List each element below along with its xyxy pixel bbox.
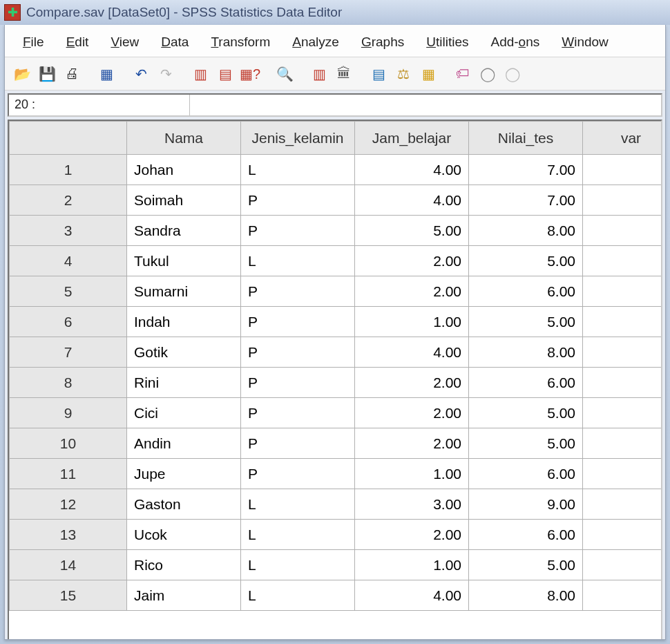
cell-nilai[interactable]: 8.00 bbox=[469, 580, 583, 611]
menu-file[interactable]: File bbox=[12, 32, 55, 53]
cell-nama[interactable]: Johan bbox=[127, 155, 241, 185]
menu-utilities[interactable]: Utilities bbox=[415, 32, 479, 53]
cell-jam[interactable]: 1.00 bbox=[355, 459, 469, 489]
menu-data[interactable]: Data bbox=[150, 32, 200, 53]
save-icon[interactable]: 💾 bbox=[35, 62, 59, 86]
cell-var[interactable] bbox=[583, 276, 663, 307]
cell-var[interactable] bbox=[583, 368, 663, 398]
cell-nama[interactable]: Sumarni bbox=[127, 276, 241, 307]
col-header-nilai-tes[interactable]: Nilai_tes bbox=[469, 122, 583, 155]
row-header[interactable]: 1 bbox=[10, 155, 127, 185]
cell-jk[interactable]: L bbox=[241, 246, 355, 276]
cell-nama[interactable]: Jaim bbox=[127, 580, 241, 611]
variables-icon[interactable]: ▦? bbox=[238, 62, 262, 86]
cell-var[interactable] bbox=[583, 520, 663, 550]
cell-jam[interactable]: 4.00 bbox=[355, 580, 469, 611]
cell-jam[interactable]: 1.00 bbox=[355, 307, 469, 337]
cell-jk[interactable]: P bbox=[241, 459, 355, 489]
row-header[interactable]: 6 bbox=[10, 307, 127, 337]
undo-icon[interactable]: ↶ bbox=[129, 62, 153, 86]
menu-window[interactable]: Window bbox=[551, 32, 620, 53]
cell-nilai[interactable]: 6.00 bbox=[469, 459, 583, 489]
row-header[interactable]: 12 bbox=[10, 489, 127, 520]
value-labels-icon[interactable]: 🏷 bbox=[451, 62, 475, 86]
cell-jam[interactable]: 3.00 bbox=[355, 489, 469, 520]
col-header-nama[interactable]: Nama bbox=[127, 122, 241, 155]
dialog-recall-icon[interactable]: ▦ bbox=[95, 62, 118, 86]
cell-jam[interactable]: 2.00 bbox=[355, 398, 469, 428]
row-header[interactable]: 10 bbox=[10, 428, 127, 459]
cell-nilai[interactable]: 5.00 bbox=[469, 246, 583, 276]
cell-nama[interactable]: Soimah bbox=[127, 185, 241, 216]
cell-jk[interactable]: L bbox=[241, 520, 355, 550]
cell-jam[interactable]: 5.00 bbox=[355, 216, 469, 246]
show-all-icon[interactable]: ◯ bbox=[501, 62, 524, 86]
cell-var[interactable] bbox=[583, 307, 663, 337]
cell-jk[interactable]: L bbox=[241, 550, 355, 580]
cell-nilai[interactable]: 6.00 bbox=[469, 368, 583, 398]
row-header[interactable]: 15 bbox=[10, 580, 127, 611]
row-header[interactable]: 5 bbox=[10, 276, 127, 307]
col-header-jenis-kelamin[interactable]: Jenis_kelamin bbox=[241, 122, 355, 155]
cell-nama[interactable]: Jupe bbox=[127, 459, 241, 489]
row-header[interactable]: 2 bbox=[10, 185, 127, 216]
col-header-jam-belajar[interactable]: Jam_belajar bbox=[355, 122, 469, 155]
cell-var[interactable] bbox=[583, 398, 663, 428]
cell-jam[interactable]: 2.00 bbox=[355, 428, 469, 459]
cell-nama[interactable]: Gotik bbox=[127, 337, 241, 368]
row-header[interactable]: 9 bbox=[10, 398, 127, 428]
menu-add-ons[interactable]: Add-ons bbox=[479, 32, 551, 53]
cell-nama[interactable]: Indah bbox=[127, 307, 241, 337]
cell-var[interactable] bbox=[583, 246, 663, 276]
weight-icon[interactable]: ⚖ bbox=[392, 62, 415, 86]
cell-jk[interactable]: P bbox=[241, 307, 355, 337]
goto-var-icon[interactable]: ▤ bbox=[213, 62, 237, 86]
print-icon[interactable]: 🖨 bbox=[60, 62, 84, 86]
cell-nilai[interactable]: 5.00 bbox=[469, 428, 583, 459]
cell-nama[interactable]: Andin bbox=[127, 428, 241, 459]
cell-nilai[interactable]: 5.00 bbox=[469, 307, 583, 337]
cell-nilai[interactable]: 7.00 bbox=[469, 155, 583, 185]
cell-reference-value[interactable] bbox=[190, 95, 661, 115]
menu-graphs[interactable]: Graphs bbox=[350, 32, 415, 53]
menu-edit[interactable]: Edit bbox=[55, 32, 100, 53]
cell-jam[interactable]: 4.00 bbox=[355, 185, 469, 216]
cell-jk[interactable]: P bbox=[241, 428, 355, 459]
split-file-icon[interactable]: ▤ bbox=[367, 62, 390, 86]
cell-nilai[interactable]: 8.00 bbox=[469, 216, 583, 246]
cell-nama[interactable]: Rini bbox=[127, 368, 241, 398]
insert-var-icon[interactable]: 🏛 bbox=[332, 62, 356, 86]
cell-jam[interactable]: 2.00 bbox=[355, 276, 469, 307]
cell-jam[interactable]: 4.00 bbox=[355, 155, 469, 185]
cell-jam[interactable]: 2.00 bbox=[355, 520, 469, 550]
cell-reference-name[interactable]: 20 : bbox=[9, 95, 190, 115]
cell-nilai[interactable]: 6.00 bbox=[469, 520, 583, 550]
cell-jk[interactable]: L bbox=[241, 489, 355, 520]
cell-jam[interactable]: 2.00 bbox=[355, 246, 469, 276]
find-icon[interactable]: 🔍 bbox=[273, 62, 296, 86]
cell-var[interactable] bbox=[583, 185, 663, 216]
open-icon[interactable]: 📂 bbox=[10, 62, 34, 86]
cell-jk[interactable]: P bbox=[241, 368, 355, 398]
cell-var[interactable] bbox=[583, 337, 663, 368]
cell-nilai[interactable]: 5.00 bbox=[469, 398, 583, 428]
use-sets-icon[interactable]: ◯ bbox=[476, 62, 499, 86]
cell-nama[interactable]: Ucok bbox=[127, 520, 241, 550]
cell-nilai[interactable]: 6.00 bbox=[469, 276, 583, 307]
insert-case-icon[interactable]: ▥ bbox=[307, 62, 331, 86]
data-grid[interactable]: Nama Jenis_kelamin Jam_belajar Nilai_tes… bbox=[9, 121, 662, 611]
row-header[interactable]: 7 bbox=[10, 337, 127, 368]
select-cases-icon[interactable]: ▦ bbox=[417, 62, 440, 86]
cell-jam[interactable]: 4.00 bbox=[355, 337, 469, 368]
cell-nama[interactable]: Tukul bbox=[127, 246, 241, 276]
row-header[interactable]: 11 bbox=[10, 459, 127, 489]
cell-var[interactable] bbox=[583, 459, 663, 489]
cell-nilai[interactable]: 5.00 bbox=[469, 550, 583, 580]
goto-case-icon[interactable]: ▥ bbox=[189, 62, 212, 86]
cell-jk[interactable]: L bbox=[241, 580, 355, 611]
cell-nilai[interactable]: 8.00 bbox=[469, 337, 583, 368]
cell-jam[interactable]: 2.00 bbox=[355, 368, 469, 398]
row-header[interactable]: 3 bbox=[10, 216, 127, 246]
cell-jk[interactable]: P bbox=[241, 216, 355, 246]
cell-nilai[interactable]: 7.00 bbox=[469, 185, 583, 216]
